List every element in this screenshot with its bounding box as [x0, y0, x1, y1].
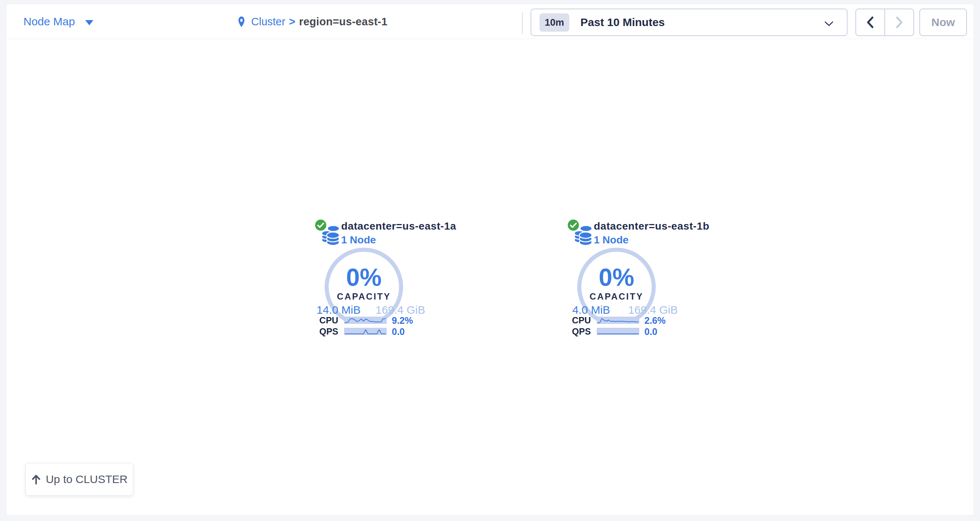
datacenter-node-count: 1 Node — [341, 234, 376, 246]
up-to-cluster-label: Up to CLUSTER — [46, 473, 127, 486]
time-range-label: Past 10 Minutes — [581, 16, 665, 29]
now-button[interactable]: Now — [920, 8, 967, 36]
cpu-value: 9.2% — [392, 317, 413, 324]
cpu-label: CPU — [305, 317, 338, 324]
datacenter-card[interactable]: datacenter=us-east-1b 1 Node 0% CAPACITY… — [558, 215, 686, 340]
capacity-total: 169.4 GiB — [373, 304, 428, 316]
topbar-divider — [522, 12, 523, 34]
cpu-value: 2.6% — [644, 317, 666, 324]
breadcrumb-separator: > — [289, 16, 296, 28]
chevron-left-icon — [866, 16, 874, 28]
qps-label: QPS — [558, 328, 591, 335]
qps-sparkline — [597, 328, 639, 335]
database-stack-icon — [574, 225, 593, 246]
chevron-right-icon — [895, 16, 904, 28]
datacenter-node-count: 1 Node — [594, 234, 628, 246]
qps-metric-row: QPS 0.0 — [558, 328, 686, 336]
view-selector-label: Node Map — [24, 15, 75, 28]
breadcrumb-cluster-link[interactable]: Cluster — [251, 16, 285, 28]
qps-label: QPS — [305, 328, 338, 335]
main-panel: Node Map Cluster > region=us-east-1 10m … — [6, 4, 974, 515]
time-range-dropdown[interactable]: 10m Past 10 Minutes — [531, 8, 848, 36]
qps-value: 0.0 — [392, 328, 405, 335]
capacity-label: CAPACITY — [323, 292, 405, 302]
datacenter-card[interactable]: datacenter=us-east-1a 1 Node 0% CAPACITY… — [305, 215, 434, 340]
location-pin-icon — [237, 16, 246, 27]
capacity-used: 4.0 MiB — [564, 304, 618, 316]
node-map-page: Node Map Cluster > region=us-east-1 10m … — [0, 0, 980, 521]
capacity-total: 169.4 GiB — [626, 304, 680, 316]
capacity-percent: 0% — [575, 265, 658, 290]
caret-down-icon — [85, 20, 93, 25]
datacenter-title: datacenter=us-east-1b — [594, 220, 710, 232]
node-map-canvas: datacenter=us-east-1a 1 Node 0% CAPACITY… — [6, 40, 974, 515]
breadcrumb-current: region=us-east-1 — [299, 16, 388, 28]
cpu-metric-row: CPU 2.6% — [558, 317, 686, 325]
time-next-button[interactable] — [885, 9, 913, 35]
arrow-up-icon — [31, 474, 41, 485]
datacenter-title: datacenter=us-east-1a — [341, 220, 456, 232]
breadcrumb: Cluster > region=us-east-1 — [237, 4, 387, 39]
qps-metric-row: QPS 0.0 — [305, 328, 434, 336]
qps-sparkline — [344, 328, 387, 335]
view-selector-dropdown[interactable]: Node Map — [24, 4, 93, 39]
cpu-sparkline — [344, 317, 387, 324]
time-prev-button[interactable] — [856, 9, 885, 35]
time-window-badge: 10m — [539, 13, 569, 32]
cpu-metric-row: CPU 9.2% — [305, 317, 434, 325]
capacity-used: 14.0 MiB — [312, 304, 366, 316]
qps-value: 0.0 — [644, 328, 657, 335]
cpu-sparkline — [597, 317, 639, 324]
up-to-cluster-button[interactable]: Up to CLUSTER — [25, 463, 133, 496]
cpu-label: CPU — [558, 317, 591, 324]
chevron-down-icon — [824, 21, 834, 26]
topbar: Node Map Cluster > region=us-east-1 10m … — [6, 4, 974, 39]
database-stack-icon — [321, 225, 340, 246]
capacity-percent: 0% — [323, 265, 405, 290]
time-nav-group — [855, 8, 914, 36]
capacity-label: CAPACITY — [575, 292, 658, 302]
